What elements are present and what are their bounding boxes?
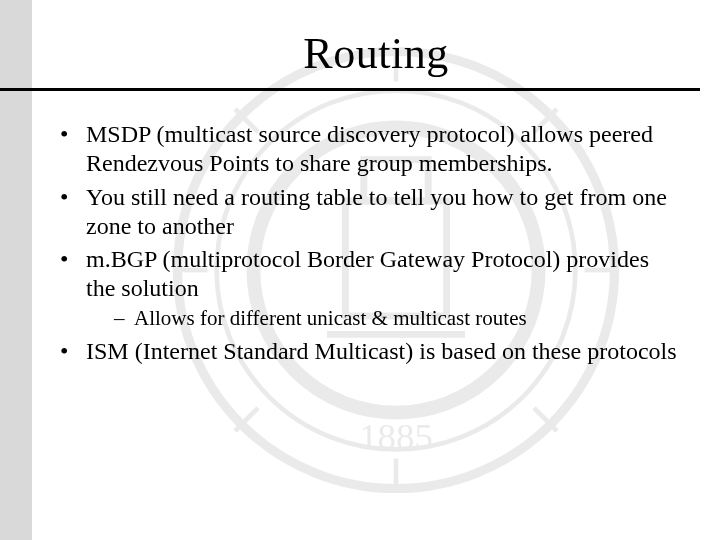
sub-bullet-list: Allows for different unicast & multicast…	[86, 306, 680, 332]
slide: Routing MSDP (multicast source discovery…	[0, 0, 720, 540]
bullet-text: Allows for different unicast & multicast…	[134, 306, 527, 330]
slide-title: Routing	[303, 29, 448, 78]
bullet-text: MSDP (multicast source discovery protoco…	[86, 121, 653, 176]
left-accent-band	[0, 0, 32, 540]
bullet-text: ISM (Internet Standard Multicast) is bas…	[86, 338, 677, 364]
slide-body: MSDP (multicast source discovery protoco…	[60, 120, 680, 370]
title-underline	[0, 88, 700, 91]
list-item: MSDP (multicast source discovery protoco…	[60, 120, 680, 179]
list-item: Allows for different unicast & multicast…	[114, 306, 680, 332]
list-item: ISM (Internet Standard Multicast) is bas…	[60, 337, 680, 366]
bullet-list: MSDP (multicast source discovery protoco…	[60, 120, 680, 366]
list-item: You still need a routing table to tell y…	[60, 183, 680, 242]
title-area: Routing	[32, 28, 720, 79]
list-item: m.BGP (multiprotocol Border Gateway Prot…	[60, 245, 680, 331]
bullet-text: m.BGP (multiprotocol Border Gateway Prot…	[86, 246, 649, 301]
bullet-text: You still need a routing table to tell y…	[86, 184, 667, 239]
